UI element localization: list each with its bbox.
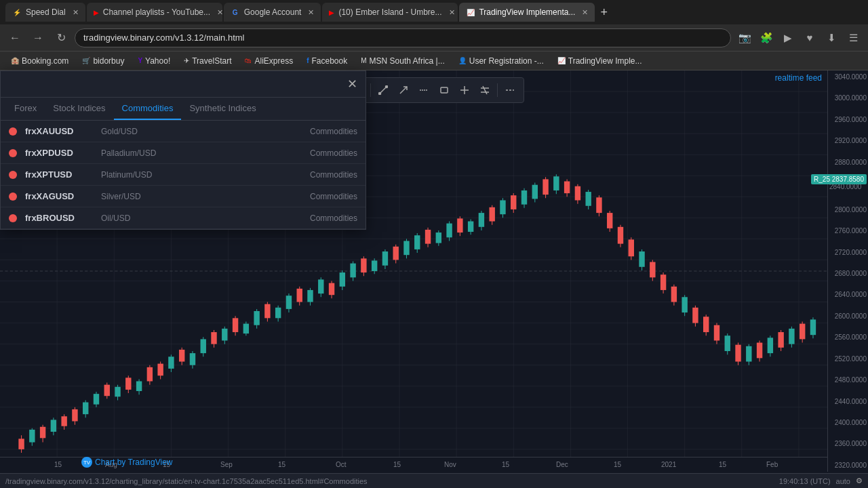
symbol-name-xpdusd: Palladium/USD xyxy=(101,148,156,158)
time-label-sep: Sep xyxy=(220,461,233,468)
tradingview-bm-icon: 📈 xyxy=(557,57,566,64)
address-input[interactable] xyxy=(75,28,731,47)
svg-rect-144 xyxy=(542,179,548,195)
svg-rect-190 xyxy=(789,329,794,344)
tab-ember-island[interactable]: ▶ (10) Ember Island - Umbre... ✕ xyxy=(322,3,458,22)
symbol-row-xptusd[interactable]: frxXPTUSD Platinum/USD Commodities xyxy=(1,164,366,186)
bookmark-tradingview[interactable]: 📈 TradingView Imple... xyxy=(552,55,648,67)
tab-tradingview[interactable]: 📈 TradingView Implementa... ✕ xyxy=(459,3,595,22)
trend-line-tool[interactable] xyxy=(374,81,393,100)
search-close-button[interactable]: ✕ xyxy=(347,77,357,92)
tab-favicon-5: 📈 xyxy=(466,7,475,17)
time-label-dec: Dec xyxy=(556,461,568,468)
bookmark-travelstart[interactable]: ✈ TravelStart xyxy=(178,55,237,67)
tab-close-2[interactable]: ✕ xyxy=(217,8,222,17)
menu-button[interactable]: ☰ xyxy=(844,28,863,47)
symbol-name-brousd: Oil/USD xyxy=(101,214,130,223)
download-button[interactable]: ⬇ xyxy=(822,28,841,47)
tab-google-account[interactable]: G Google Account ✕ xyxy=(224,3,321,22)
status-settings-button[interactable]: ⚙ xyxy=(856,476,863,485)
chart-by-tradingview[interactable]: TV Chart by TradingView xyxy=(81,457,173,468)
rectangle-tool[interactable] xyxy=(435,81,454,100)
symbol-dot-brousd xyxy=(9,214,17,222)
bookmark-user-reg[interactable]: 👤 User Registration -... xyxy=(453,55,549,67)
svg-line-3 xyxy=(400,87,407,94)
symbol-row-xpdusd[interactable]: frxXPDUSD Palladium/USD Commodities xyxy=(1,142,366,164)
svg-rect-108 xyxy=(350,264,355,278)
bookmarks-bar: 🏨 Booking.com 🛒 bidorbuy Y Yahoo! ✈ Trav… xyxy=(0,52,868,70)
tab-favicon-3: G xyxy=(231,7,240,17)
tv-logo-icon: TV xyxy=(81,457,92,468)
price-label-3: 2960.0000 xyxy=(829,116,867,123)
svg-rect-152 xyxy=(585,192,591,206)
status-bar-left: /tradingview.binary.com/v1.3.12/charting… xyxy=(5,477,368,485)
tab-title-1: Speed Dial xyxy=(26,7,66,17)
svg-rect-78 xyxy=(190,353,195,365)
symbol-row-xagusd[interactable]: frxXAGUSD Silver/USD Commodities xyxy=(1,186,366,207)
new-tab-button[interactable]: + xyxy=(596,5,612,20)
svg-rect-112 xyxy=(372,260,377,271)
symbol-ticker-xauusd: frxXAUUSD xyxy=(25,126,93,136)
symbol-ticker-xagusd: frxXAGUSD xyxy=(25,191,93,201)
back-button[interactable]: ← xyxy=(5,28,24,47)
svg-rect-104 xyxy=(329,283,334,296)
symbol-cat-xptusd: Commodities xyxy=(310,170,357,180)
symbol-name-xauusd: Gold/USD xyxy=(101,127,138,136)
main-area: ✕ Forex Stock Indices Commodities Synthe… xyxy=(0,70,868,488)
symbol-row-xauusd[interactable]: frxXAUUSD Gold/USD Commodities xyxy=(1,121,366,142)
price-label-9: 2720.0000 xyxy=(829,249,867,256)
svg-rect-134 xyxy=(489,207,494,222)
svg-rect-170 xyxy=(682,297,687,312)
price-label-10: 2680.0000 xyxy=(829,270,867,277)
play-button[interactable]: ▶ xyxy=(778,28,797,47)
svg-rect-60 xyxy=(94,394,99,405)
tab-favicon-4: ▶ xyxy=(329,7,334,17)
tab-close-5[interactable]: ✕ xyxy=(582,8,588,17)
horizontal-line-tool[interactable] xyxy=(414,81,433,100)
tab-close-4[interactable]: ✕ xyxy=(449,8,455,17)
tab-commodities[interactable]: Commodities xyxy=(114,98,182,120)
svg-rect-138 xyxy=(511,195,516,209)
svg-rect-90 xyxy=(254,311,259,325)
symbol-row-brousd[interactable]: frxBROUSD Oil/USD Commodities xyxy=(1,207,366,229)
screenshot-button[interactable]: 📷 xyxy=(735,28,754,47)
svg-rect-140 xyxy=(521,190,527,205)
dash-line-tool[interactable] xyxy=(500,81,519,100)
symbol-ticker-xpdusd: frxXPDUSD xyxy=(25,148,93,158)
tab-close-1[interactable]: ✕ xyxy=(73,8,79,17)
heart-button[interactable]: ♥ xyxy=(800,28,819,47)
svg-rect-116 xyxy=(393,247,399,260)
extensions-button[interactable]: 🧩 xyxy=(757,28,776,47)
time-label-15a: 15 xyxy=(54,461,62,468)
search-input[interactable] xyxy=(9,79,347,89)
time-label-nov: Nov xyxy=(444,461,456,468)
bookmark-yahoo[interactable]: Y Yahoo! xyxy=(132,55,176,67)
svg-rect-192 xyxy=(800,324,805,340)
bookmark-msn[interactable]: M MSN South Africa |... xyxy=(355,55,450,67)
bookmark-facebook[interactable]: f Facebook xyxy=(301,55,353,67)
tab-title-2: Channel playlists - YouTube... xyxy=(103,7,210,17)
svg-rect-58 xyxy=(83,403,88,415)
tab-stock-indices[interactable]: Stock Indices xyxy=(45,98,113,120)
forward-button[interactable]: → xyxy=(28,28,47,47)
bookmark-booking[interactable]: 🏨 Booking.com xyxy=(5,55,74,67)
svg-rect-98 xyxy=(297,289,302,302)
tab-synthetic-indices[interactable]: Synthetic Indices xyxy=(181,98,264,120)
tab-youtube[interactable]: ▶ Channel playlists - YouTube... ✕ xyxy=(87,3,222,22)
bookmark-bidorbuy[interactable]: 🛒 bidorbuy xyxy=(77,55,130,67)
svg-rect-128 xyxy=(457,218,462,232)
svg-rect-76 xyxy=(179,350,184,362)
arrow-tool[interactable] xyxy=(394,81,413,100)
tab-speed-dial[interactable]: ⚡ Speed Dial ✕ xyxy=(5,3,85,22)
parallel-channel-tool[interactable] xyxy=(475,81,494,100)
svg-rect-122 xyxy=(425,230,431,244)
reload-button[interactable]: ↻ xyxy=(52,28,71,47)
svg-rect-96 xyxy=(286,296,292,309)
tab-close-3[interactable]: ✕ xyxy=(308,8,314,17)
symbol-dot-xpdusd xyxy=(9,149,17,157)
price-scale: 3040.0000 3000.0000 2960.0000 2920.0000 … xyxy=(827,70,868,472)
bookmark-aliexpress[interactable]: 🛍 AliExpress xyxy=(239,55,298,67)
cross-tool[interactable] xyxy=(455,81,474,100)
tab-forex[interactable]: Forex xyxy=(6,98,45,120)
status-time: 19:40:13 (UTC) xyxy=(779,477,831,485)
